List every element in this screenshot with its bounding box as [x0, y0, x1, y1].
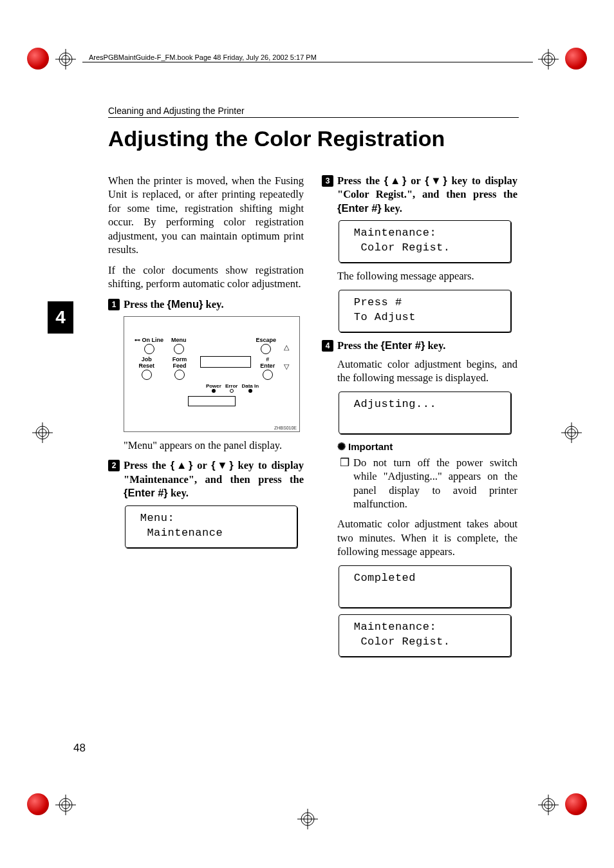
registration-mark-icon	[561, 422, 582, 443]
panel-error-led: Error	[225, 383, 238, 393]
prepress-red-dot	[27, 48, 49, 70]
step-4-text: Press the {Enter #} key.	[337, 339, 517, 352]
chapter-tab: 4	[48, 301, 73, 334]
panel-menu-button: Menu	[171, 337, 187, 355]
lcd-display-press-to-adjust: Press # To Adjust	[339, 290, 511, 332]
header-rule	[82, 62, 533, 62]
step-3-text: Press the {▲} or {▼} key to display "Col…	[337, 174, 517, 215]
gear-icon: ✺	[337, 440, 346, 453]
step-number-icon: 1	[108, 299, 120, 310]
step-2-text: Press the {▲} or {▼} key to display "Mai…	[124, 458, 304, 500]
panel-blank-rect	[188, 396, 236, 406]
step-number-icon: 4	[322, 340, 333, 352]
prepress-red-dot	[565, 48, 587, 70]
prepress-red-dot	[27, 793, 49, 815]
step-2: 2 Press the {▲} or {▼} key to display "M…	[108, 458, 304, 500]
step-1-text: Press the {Menu} key.	[124, 297, 304, 311]
file-header-path: AresPGBMaintGuide-F_FM.book Page 48 Frid…	[89, 53, 317, 61]
panel-power-led: Power	[206, 383, 221, 393]
lcd-display-maintenance-color-regist: Maintenance: Color Regist.	[339, 614, 511, 657]
step-number-icon: 2	[108, 460, 120, 471]
prepress-red-dot	[565, 793, 587, 815]
intro-paragraph-2: If the color documents show registration…	[108, 263, 304, 291]
intro-paragraph-1: When the printer is moved, when the Fusi…	[108, 174, 304, 257]
panel-online-button: ⊷ On Line	[135, 337, 163, 355]
completion-paragraph: Automatic color adjustment takes about t…	[337, 517, 517, 558]
page-title: Adjusting the Color Registration	[108, 126, 445, 151]
registration-mark-icon	[55, 49, 76, 70]
step-3: 3 Press the {▲} or {▼} key to display "C…	[322, 174, 517, 215]
panel-formfeed-button: Form Feed	[167, 356, 192, 381]
registration-mark-icon	[297, 809, 318, 829]
registration-mark-icon	[538, 795, 559, 815]
step-4-result: Automatic color adjustment begins, and t…	[337, 357, 517, 385]
step-3-result: The following message appears.	[337, 269, 517, 283]
panel-up-arrow: △	[284, 337, 289, 352]
registration-mark-icon	[32, 422, 53, 443]
panel-enter-button: # Enter	[259, 356, 276, 381]
lcd-display-color-regist: Maintenance: Color Regist.	[339, 220, 511, 263]
panel-display-rect	[200, 356, 251, 368]
step-1: 1 Press the {Menu} key.	[108, 297, 304, 311]
right-column: 3 Press the {▲} or {▼} key to display "C…	[322, 174, 517, 663]
registration-mark-icon	[538, 49, 559, 70]
step-4: 4 Press the {Enter #} key.	[322, 339, 517, 352]
panel-jobreset-button: Job Reset	[135, 356, 159, 381]
panel-down-arrow: ▽	[284, 356, 289, 371]
bullet-icon: ❒	[340, 456, 349, 511]
panel-datain-led: Data In	[241, 383, 259, 393]
page-number: 48	[73, 742, 86, 755]
important-heading: ✺Important	[337, 440, 517, 453]
step-number-icon: 3	[322, 175, 333, 187]
lcd-display-adjusting: Adjusting...	[339, 392, 511, 434]
lcd-display-menu-maintenance: Menu: Maintenance	[125, 505, 297, 548]
registration-mark-icon	[55, 795, 76, 815]
panel-escape-button: Escape	[256, 337, 276, 355]
section-header: Cleaning and Adjusting the Printer	[108, 106, 519, 118]
step-1-result: "Menu" appears on the panel display.	[124, 439, 304, 452]
important-note: ❒ Do not turn off the power switch while…	[337, 456, 517, 511]
left-column: When the printer is moved, when the Fusi…	[108, 174, 304, 554]
printer-panel-illustration: ⊷ On Line Menu Escape △ Job Reset	[124, 316, 300, 432]
illustration-caption: ZHBS010E	[274, 426, 297, 430]
lcd-display-completed: Completed	[339, 565, 511, 608]
